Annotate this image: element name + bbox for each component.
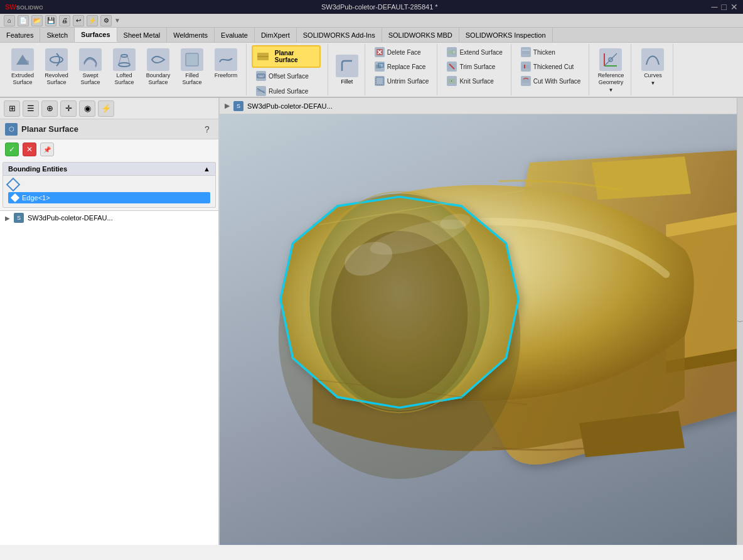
- panel-confirm-btn[interactable]: ✓: [5, 143, 19, 156]
- home-btn[interactable]: ⌂: [4, 15, 15, 26]
- tab-sw-inspection[interactable]: SOLIDWORKS Inspection: [459, 28, 553, 42]
- part-icon: S: [233, 101, 243, 111]
- reference-geometry-btn[interactable]: Reference Geometry ▼: [594, 45, 627, 96]
- tree-root-label: SW3dPub-coletor-DEFAU...: [28, 214, 113, 222]
- svg-point-4: [50, 57, 63, 63]
- options-btn[interactable]: ⚙: [100, 15, 112, 26]
- panel-icon-list[interactable]: ☰: [23, 100, 39, 117]
- boundary-surface-icon: [147, 48, 169, 71]
- filled-surface-btn[interactable]: Filled Surface: [176, 45, 208, 94]
- 3d-model-view: [220, 98, 737, 545]
- tab-sheet-metal[interactable]: Sheet Metal: [117, 28, 168, 42]
- window-title: SW3dPub-coletor-DEFAULT-285841 *: [48, 3, 712, 11]
- new-btn[interactable]: 📄: [18, 15, 29, 26]
- tab-sw-addins[interactable]: SOLIDWORKS Add-Ins: [297, 28, 382, 42]
- tab-evaluate[interactable]: Evaluate: [215, 28, 255, 42]
- lofted-surface-label: Lofted Surface: [110, 72, 139, 86]
- cut-with-surface-label: Cut With Surface: [533, 78, 581, 85]
- right-panel-handle[interactable]: ⟩: [737, 98, 743, 545]
- swept-surface-btn[interactable]: Swept Surface: [74, 45, 107, 94]
- tab-surfaces[interactable]: Surfaces: [75, 28, 117, 42]
- cut-with-surface-btn[interactable]: Cut With Surface: [516, 74, 585, 88]
- panel-cancel-btn[interactable]: ✕: [23, 143, 36, 156]
- bounding-entities-header[interactable]: Bounding Entities ▲: [3, 163, 215, 176]
- knit-surface-btn[interactable]: Knit Surface: [442, 74, 498, 88]
- collapse-icon: ▲: [203, 165, 210, 173]
- ref-geo-arrow[interactable]: ▼: [608, 87, 613, 93]
- curves-btn[interactable]: Curves ▼: [636, 45, 669, 94]
- qt-arrow[interactable]: ▼: [114, 17, 120, 24]
- svg-text:SOLIDWORKS: SOLIDWORKS: [16, 4, 43, 11]
- panel-icon-display[interactable]: ◉: [79, 100, 95, 117]
- panel-help-btn[interactable]: ?: [201, 123, 213, 136]
- delete-face-icon: [375, 47, 385, 57]
- revolved-surface-btn[interactable]: Revolved Surface: [40, 45, 73, 94]
- panel-icon-properties[interactable]: ⊞: [4, 100, 20, 117]
- knit-surface-icon: [447, 76, 457, 86]
- panel-title-icon: ⬡: [5, 123, 18, 136]
- rebuild-btn[interactable]: ⚡: [87, 15, 98, 26]
- bounding-entity-diamond: [6, 178, 21, 192]
- panel-pin-btn[interactable]: 📌: [40, 143, 54, 156]
- reference-geometry-label: Reference Geometry: [596, 72, 625, 86]
- tab-dimxpert[interactable]: DimXpert: [255, 28, 297, 42]
- tree-root-row[interactable]: ▶ S SW3dPub-coletor-DEFAU...: [0, 211, 218, 225]
- thickened-cut-btn[interactable]: Thickened Cut: [516, 60, 578, 73]
- panel-buttons: ✓ ✕ 📌: [0, 139, 218, 159]
- curves-arrow[interactable]: ▼: [650, 80, 655, 86]
- minimize-btn[interactable]: ─: [712, 2, 718, 12]
- svg-rect-22: [376, 77, 383, 85]
- offset-surface-icon: [256, 71, 266, 81]
- close-btn[interactable]: ✕: [730, 2, 738, 12]
- ribbon-tabs: Features Sketch Surfaces Sheet Metal Wel…: [0, 28, 743, 43]
- planar-surface-icon: [255, 48, 272, 65]
- tab-sw-mbd[interactable]: SOLIDWORKS MBD: [382, 28, 459, 42]
- tab-features[interactable]: Features: [0, 28, 40, 42]
- panel-icon-crosshair[interactable]: ✛: [60, 100, 77, 117]
- panel-icon-add[interactable]: ⊕: [41, 100, 58, 117]
- extruded-surface-label: Extruded Surface: [8, 72, 37, 86]
- tab-weldments[interactable]: Weldments: [167, 28, 215, 42]
- offset-surface-btn[interactable]: Offset Surface: [252, 69, 313, 83]
- thicken-btn[interactable]: Thicken: [516, 45, 560, 59]
- panel-icon-toolbar: ⊞ ☰ ⊕ ✛ ◉ ⚡: [0, 98, 218, 119]
- handle-icon: ⟩: [737, 320, 743, 323]
- trim-surface-label: Trim Surface: [459, 63, 495, 70]
- main-area: ⊞ ☰ ⊕ ✛ ◉ ⚡ ⬡ Planar Surface ? ✓ ✕ 📌 Bou…: [0, 98, 743, 545]
- left-panel: ⊞ ☰ ⊕ ✛ ◉ ⚡ ⬡ Planar Surface ? ✓ ✕ 📌 Bou…: [0, 98, 220, 545]
- panel-icon-flash[interactable]: ⚡: [98, 100, 114, 117]
- extend-surface-btn[interactable]: Extend Surface: [442, 45, 506, 59]
- edge-list-item[interactable]: Edge<1>: [8, 192, 210, 203]
- delete-face-btn[interactable]: Delete Face: [370, 45, 425, 59]
- print-btn[interactable]: 🖨: [59, 15, 70, 26]
- tab-sketch[interactable]: Sketch: [40, 28, 75, 42]
- panel-title-bar: ⬡ Planar Surface ?: [0, 119, 218, 139]
- swept-surface-icon: [79, 48, 102, 71]
- ruled-surface-btn[interactable]: Ruled Surface: [252, 84, 313, 98]
- lofted-surface-btn[interactable]: Lofted Surface: [108, 45, 141, 94]
- planar-surface-btn[interactable]: Planar Surface: [252, 45, 321, 68]
- boundary-surface-btn[interactable]: Boundary Surface: [142, 45, 174, 94]
- ruled-surface-icon: [256, 86, 266, 96]
- svg-rect-34: [522, 79, 530, 83]
- swept-surface-label: Swept Surface: [76, 72, 105, 86]
- curves-label: Curves: [644, 72, 662, 79]
- thicken-icon: [521, 47, 531, 57]
- freeform-label: Freeform: [215, 72, 238, 79]
- open-btn[interactable]: 📂: [31, 15, 43, 26]
- viewport[interactable]: ▶ S SW3dPub-coletor-DEFAU...: [220, 98, 737, 545]
- trim-surface-btn[interactable]: Trim Surface: [442, 60, 500, 73]
- replace-face-btn[interactable]: Replace Face: [370, 60, 430, 73]
- thickened-cut-label: Thickened Cut: [533, 63, 574, 70]
- freeform-btn[interactable]: Freeform: [210, 45, 242, 94]
- replace-face-icon: [375, 62, 385, 72]
- undo-btn[interactable]: ↩: [73, 15, 84, 26]
- viewport-breadcrumb: ▶ S SW3dPub-coletor-DEFAU...: [220, 98, 737, 114]
- edit-surface-group: Delete Face Replace Face Untrim Surface: [366, 44, 438, 95]
- lofted-surface-icon: [113, 48, 136, 71]
- extruded-surface-btn[interactable]: Extruded Surface: [6, 45, 39, 94]
- untrim-surface-btn[interactable]: Untrim Surface: [370, 74, 434, 88]
- fillet-btn[interactable]: Fillet: [333, 45, 361, 94]
- save-btn[interactable]: 💾: [45, 15, 56, 26]
- maximize-btn[interactable]: □: [722, 2, 727, 12]
